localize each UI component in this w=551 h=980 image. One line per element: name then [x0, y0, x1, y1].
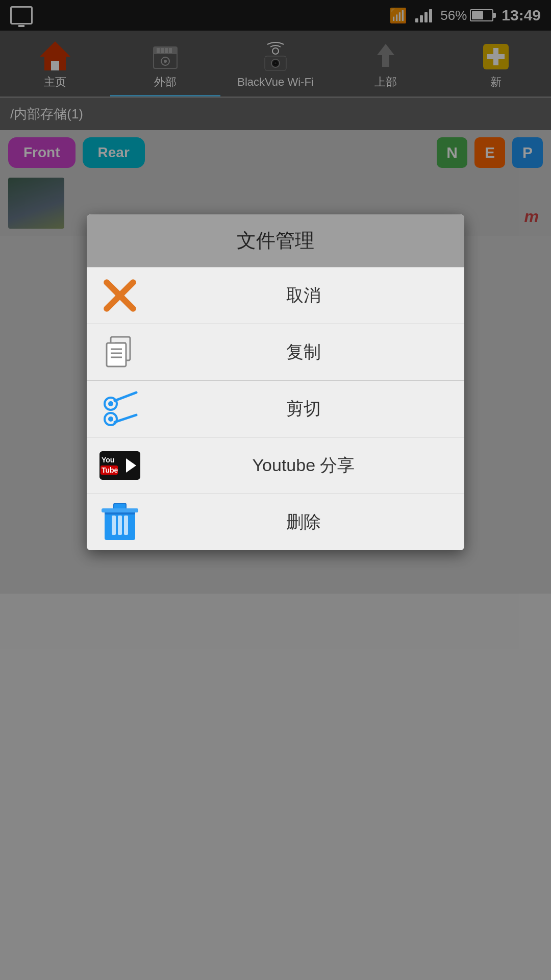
- svg-rect-43: [102, 508, 138, 512]
- copy-label: 复制: [153, 340, 454, 364]
- youtube-icon: You Tube: [97, 443, 143, 488]
- svg-point-33: [108, 401, 113, 406]
- delete-button[interactable]: 删除: [87, 494, 464, 550]
- cancel-button[interactable]: 取消: [87, 267, 464, 324]
- svg-rect-46: [124, 516, 128, 535]
- youtube-share-label: Youtube 分享: [153, 454, 454, 477]
- svg-rect-45: [118, 516, 122, 535]
- cut-label: 剪切: [153, 397, 454, 421]
- svg-text:You: You: [102, 456, 114, 464]
- svg-line-31: [115, 393, 136, 401]
- delete-label: 删除: [153, 510, 454, 534]
- trash-icon: [97, 499, 143, 545]
- svg-rect-44: [112, 516, 116, 535]
- cancel-icon: [97, 273, 143, 318]
- youtube-share-button[interactable]: You Tube Youtube 分享: [87, 437, 464, 494]
- svg-point-34: [108, 416, 113, 422]
- scissors-icon: [97, 386, 143, 432]
- svg-rect-25: [107, 343, 126, 366]
- copy-button[interactable]: 复制: [87, 324, 464, 380]
- svg-line-32: [115, 415, 136, 422]
- file-management-modal: 文件管理 取消 复制: [87, 214, 464, 550]
- cancel-label: 取消: [153, 284, 454, 307]
- svg-text:Tube: Tube: [102, 466, 118, 474]
- modal-title: 文件管理: [87, 214, 464, 267]
- cut-button[interactable]: 剪切: [87, 380, 464, 437]
- modal-overlay[interactable]: 文件管理 取消 复制: [0, 0, 551, 980]
- copy-icon: [97, 329, 143, 375]
